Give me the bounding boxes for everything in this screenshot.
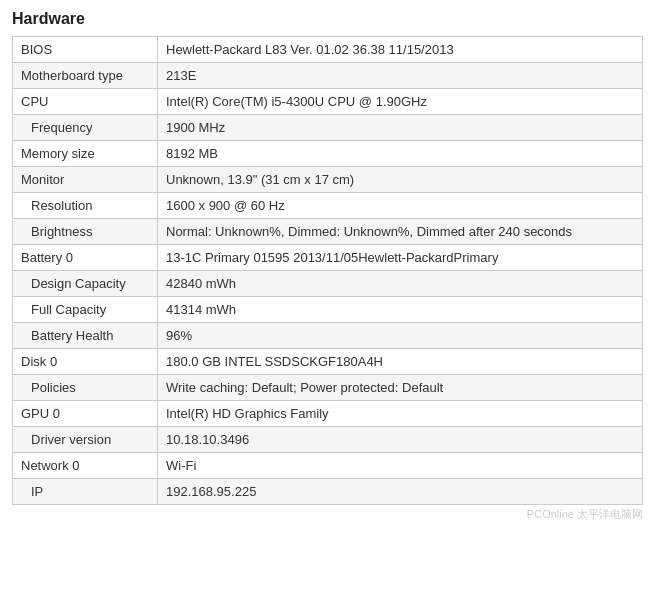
row-key: Driver version bbox=[13, 427, 158, 453]
row-key: Monitor bbox=[13, 167, 158, 193]
row-key: IP bbox=[13, 479, 158, 505]
row-value: 180.0 GB INTEL SSDSCKGF180A4H bbox=[158, 349, 643, 375]
row-key: BIOS bbox=[13, 37, 158, 63]
table-row: GPU 0Intel(R) HD Graphics Family bbox=[13, 401, 643, 427]
row-value: 13-1C Primary 01595 2013/11/05Hewlett-Pa… bbox=[158, 245, 643, 271]
row-key: Battery 0 bbox=[13, 245, 158, 271]
table-row: BrightnessNormal: Unknown%, Dimmed: Unkn… bbox=[13, 219, 643, 245]
section-title: Hardware bbox=[12, 10, 643, 28]
row-key: Disk 0 bbox=[13, 349, 158, 375]
table-row: Design Capacity42840 mWh bbox=[13, 271, 643, 297]
row-key: Battery Health bbox=[13, 323, 158, 349]
row-key: Memory size bbox=[13, 141, 158, 167]
row-key: Brightness bbox=[13, 219, 158, 245]
table-row: Resolution1600 x 900 @ 60 Hz bbox=[13, 193, 643, 219]
row-value: Write caching: Default; Power protected:… bbox=[158, 375, 643, 401]
table-row: Motherboard type213E bbox=[13, 63, 643, 89]
row-value: 42840 mWh bbox=[158, 271, 643, 297]
watermark: PCOnline 太平洋电脑网 bbox=[12, 507, 643, 522]
hardware-section: Hardware BIOSHewlett-Packard L83 Ver. 01… bbox=[0, 0, 655, 532]
row-value: Wi-Fi bbox=[158, 453, 643, 479]
table-row: Network 0Wi-Fi bbox=[13, 453, 643, 479]
row-key: Frequency bbox=[13, 115, 158, 141]
row-value: 10.18.10.3496 bbox=[158, 427, 643, 453]
hardware-table: BIOSHewlett-Packard L83 Ver. 01.02 36.38… bbox=[12, 36, 643, 505]
row-value: 213E bbox=[158, 63, 643, 89]
table-row: Disk 0180.0 GB INTEL SSDSCKGF180A4H bbox=[13, 349, 643, 375]
row-key: Resolution bbox=[13, 193, 158, 219]
table-row: MonitorUnknown, 13.9" (31 cm x 17 cm) bbox=[13, 167, 643, 193]
table-row: Memory size8192 MB bbox=[13, 141, 643, 167]
row-value: 1600 x 900 @ 60 Hz bbox=[158, 193, 643, 219]
table-row: Full Capacity41314 mWh bbox=[13, 297, 643, 323]
table-row: BIOSHewlett-Packard L83 Ver. 01.02 36.38… bbox=[13, 37, 643, 63]
row-value: 8192 MB bbox=[158, 141, 643, 167]
table-row: IP192.168.95.225 bbox=[13, 479, 643, 505]
row-value: 192.168.95.225 bbox=[158, 479, 643, 505]
row-key: Design Capacity bbox=[13, 271, 158, 297]
table-row: Frequency1900 MHz bbox=[13, 115, 643, 141]
table-row: Battery Health96% bbox=[13, 323, 643, 349]
row-value: 41314 mWh bbox=[158, 297, 643, 323]
row-value: Unknown, 13.9" (31 cm x 17 cm) bbox=[158, 167, 643, 193]
row-value: Normal: Unknown%, Dimmed: Unknown%, Dimm… bbox=[158, 219, 643, 245]
row-value: 1900 MHz bbox=[158, 115, 643, 141]
row-key: Full Capacity bbox=[13, 297, 158, 323]
table-row: Driver version10.18.10.3496 bbox=[13, 427, 643, 453]
row-key: GPU 0 bbox=[13, 401, 158, 427]
row-value: Hewlett-Packard L83 Ver. 01.02 36.38 11/… bbox=[158, 37, 643, 63]
row-key: Policies bbox=[13, 375, 158, 401]
table-row: PoliciesWrite caching: Default; Power pr… bbox=[13, 375, 643, 401]
row-value: 96% bbox=[158, 323, 643, 349]
table-row: Battery 013-1C Primary 01595 2013/11/05H… bbox=[13, 245, 643, 271]
row-value: Intel(R) HD Graphics Family bbox=[158, 401, 643, 427]
table-row: CPUIntel(R) Core(TM) i5-4300U CPU @ 1.90… bbox=[13, 89, 643, 115]
row-key: Motherboard type bbox=[13, 63, 158, 89]
row-key: Network 0 bbox=[13, 453, 158, 479]
row-value: Intel(R) Core(TM) i5-4300U CPU @ 1.90GHz bbox=[158, 89, 643, 115]
row-key: CPU bbox=[13, 89, 158, 115]
